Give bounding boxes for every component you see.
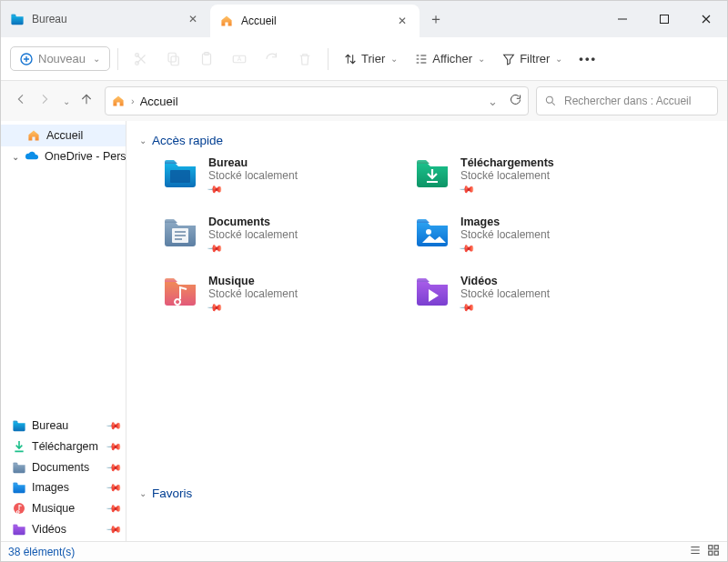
pin-icon: 📌	[105, 458, 122, 476]
download-icon	[12, 439, 26, 454]
item-subtitle: Stocké localement	[460, 287, 550, 300]
item-subtitle: Stocké localement	[208, 287, 298, 300]
images-icon	[12, 481, 26, 494]
sidebar-item-label: Images	[32, 481, 69, 494]
scissors-icon	[133, 51, 149, 67]
back-button[interactable]	[14, 92, 28, 110]
chevron-down-icon[interactable]: ⌄	[488, 95, 498, 108]
sidebar-item-music[interactable]: Musique 📌	[1, 497, 126, 519]
item-subtitle: Stocké localement	[460, 169, 554, 182]
pin-icon: 📌	[458, 181, 475, 198]
filter-label: Filtrer	[520, 52, 550, 65]
toolbar: Nouveau ⌄ A Trier ⌄ Afficher ⌄ Filtrer ⌄…	[1, 37, 727, 81]
tab-bureau[interactable]: Bureau ✕	[1, 1, 210, 37]
quick-item-images[interactable]: Images Stocké localement 📌	[415, 216, 649, 255]
svg-rect-13	[170, 170, 190, 183]
tab-accueil[interactable]: Accueil ✕	[210, 5, 420, 37]
copy-icon	[166, 51, 182, 67]
item-subtitle: Stocké localement	[208, 169, 298, 182]
maximize-button[interactable]	[643, 1, 685, 37]
sidebar-item-label: Musique	[32, 502, 75, 515]
minimize-button[interactable]	[602, 1, 643, 37]
svg-rect-19	[714, 551, 718, 555]
refresh-button[interactable]	[509, 93, 522, 109]
chevron-down-icon[interactable]: ⌄	[12, 152, 19, 162]
cut-button[interactable]	[126, 46, 157, 72]
quick-item-videos[interactable]: Vidéos Stocké localement 📌	[415, 275, 649, 314]
rename-button[interactable]: A	[224, 46, 255, 72]
status-bar: 38 élément(s)	[1, 541, 727, 561]
more-button[interactable]: •••	[571, 47, 604, 70]
section-quick-access-header[interactable]: ⌄ Accès rapide	[139, 134, 714, 147]
item-title: Documents	[208, 216, 298, 228]
videos-icon	[415, 275, 450, 307]
search-box[interactable]: Rechercher dans : Accueil	[536, 86, 718, 115]
new-button[interactable]: Nouveau ⌄	[10, 46, 110, 71]
breadcrumb-location[interactable]: Accueil	[140, 95, 178, 108]
chevron-down-icon: ⌄	[139, 488, 147, 498]
pin-icon: 📌	[105, 478, 122, 496]
onedrive-icon	[25, 151, 39, 162]
view-button[interactable]: Afficher ⌄	[407, 47, 492, 71]
close-icon[interactable]: ✕	[394, 15, 410, 27]
home-icon	[111, 94, 126, 108]
paste-button[interactable]	[191, 46, 222, 72]
sidebar-item-label: Vidéos	[32, 523, 66, 536]
sidebar-item-label: OneDrive - Perso	[45, 150, 126, 163]
pin-icon: 📌	[105, 437, 122, 455]
tab-label: Bureau	[32, 13, 67, 25]
sidebar-item-downloads[interactable]: Téléchargem 📌	[1, 436, 126, 457]
quick-item-documents[interactable]: Documents Stocké localement 📌	[163, 216, 397, 255]
main-content: ⌄ Accès rapide Bureau Stocké localement …	[126, 121, 727, 541]
view-label: Afficher	[432, 52, 472, 65]
item-title: Bureau	[208, 156, 298, 169]
history-dropdown[interactable]: ⌄	[63, 96, 70, 106]
section-favorites-header[interactable]: ⌄ Favoris	[139, 487, 714, 500]
quick-item-music[interactable]: Musique Stocké localement 📌	[163, 275, 397, 314]
item-title: Téléchargements	[460, 156, 554, 169]
up-button[interactable]	[79, 92, 94, 110]
share-button[interactable]	[257, 46, 288, 72]
item-subtitle: Stocké localement	[208, 228, 298, 241]
close-icon[interactable]: ✕	[185, 13, 201, 25]
sidebar-item-home[interactable]: Accueil	[1, 125, 126, 146]
forward-button[interactable]	[37, 92, 52, 110]
sidebar-item-images[interactable]: Images 📌	[1, 477, 126, 497]
sidebar-item-documents[interactable]: Documents 📌	[1, 457, 126, 477]
plus-circle-icon	[20, 53, 33, 65]
address-bar[interactable]: › Accueil ⌄	[105, 86, 529, 115]
details-view-button[interactable]	[689, 544, 702, 559]
copy-button[interactable]	[158, 46, 189, 72]
desktop-icon	[12, 419, 26, 432]
share-icon	[264, 51, 280, 67]
pin-icon: 📌	[206, 299, 223, 316]
documents-icon	[12, 461, 26, 474]
pin-icon: 📌	[458, 240, 475, 257]
svg-point-15	[426, 229, 431, 235]
new-tab-button[interactable]: ＋	[420, 1, 452, 37]
quick-item-bureau[interactable]: Bureau Stocké localement 📌	[163, 156, 397, 196]
svg-rect-17	[714, 546, 718, 549]
tab-label: Accueil	[241, 15, 277, 27]
music-icon	[12, 501, 26, 516]
close-button[interactable]	[685, 1, 727, 37]
chevron-down-icon: ⌄	[390, 54, 398, 64]
sidebar-item-bureau[interactable]: Bureau 📌	[1, 416, 126, 436]
item-title: Vidéos	[460, 275, 550, 287]
new-label: Nouveau	[38, 52, 86, 65]
sidebar-item-videos[interactable]: Vidéos 📌	[1, 519, 126, 539]
quick-item-downloads[interactable]: Téléchargements Stocké localement 📌	[415, 156, 649, 196]
sort-button[interactable]: Trier ⌄	[336, 47, 405, 71]
delete-button[interactable]	[289, 46, 320, 72]
sidebar-item-onedrive[interactable]: ⌄ OneDrive - Perso	[1, 146, 126, 166]
pin-icon: 📌	[105, 520, 122, 537]
navigation-row: ⌄ › Accueil ⌄ Rechercher dans : Accueil	[1, 81, 727, 121]
svg-rect-1	[661, 15, 669, 24]
pin-icon: 📌	[105, 416, 122, 434]
filter-button[interactable]: Filtrer ⌄	[494, 47, 570, 71]
chevron-down-icon: ⌄	[555, 54, 562, 64]
thumbnails-view-button[interactable]	[707, 544, 720, 559]
sidebar-item-label: Accueil	[46, 129, 83, 142]
sort-icon	[343, 52, 358, 66]
download-icon	[415, 156, 450, 189]
